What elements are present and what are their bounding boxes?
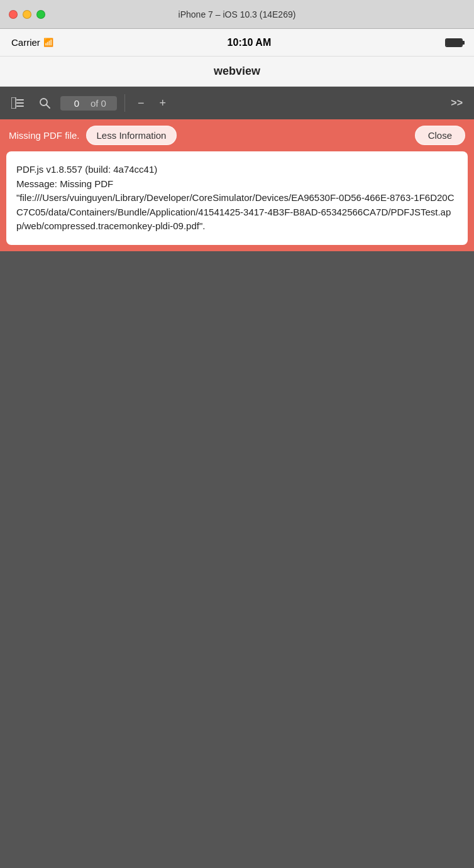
svg-rect-1 [16, 99, 24, 100]
toolbar-divider [124, 94, 125, 112]
close-error-button[interactable]: Close [415, 126, 465, 145]
carrier-info: Carrier 📶 [11, 37, 53, 48]
minimize-window-button[interactable] [23, 10, 31, 19]
window-controls [9, 10, 45, 19]
page-input-container: of 0 [60, 96, 117, 111]
maximize-window-button[interactable] [36, 10, 45, 19]
carrier-label: Carrier [11, 37, 40, 48]
svg-rect-0 [11, 97, 16, 109]
battery-fill [446, 40, 461, 46]
svg-line-5 [47, 105, 50, 109]
window-title: iPhone 7 – iOS 10.3 (14E269) [179, 9, 296, 19]
nav-bar: webview [0, 57, 474, 87]
less-information-button[interactable]: Less Information [86, 126, 177, 145]
search-button[interactable] [34, 95, 55, 111]
nav-title: webview [214, 65, 260, 78]
status-time: 10:10 AM [228, 37, 272, 48]
pdf-toolbar: of 0 − + >> [0, 87, 474, 119]
svg-rect-3 [16, 106, 24, 107]
zoom-in-button[interactable]: + [155, 94, 172, 112]
sidebar-toggle-button[interactable] [6, 95, 29, 111]
zoom-out-button[interactable]: − [133, 94, 150, 112]
title-bar: iPhone 7 – iOS 10.3 (14E269) [0, 0, 474, 29]
error-detail-panel: PDF.js v1.8.557 (build: 4a74cc41)Message… [0, 151, 474, 251]
double-arrow-icon: >> [451, 97, 463, 109]
svg-rect-2 [16, 102, 24, 104]
error-detail-text: PDF.js v1.8.557 (build: 4a74cc41)Message… [6, 151, 468, 245]
more-tools-button[interactable]: >> [446, 95, 468, 111]
battery-icon [445, 38, 463, 47]
error-message: Missing PDF file. [9, 130, 80, 141]
status-bar: Carrier 📶 10:10 AM [0, 29, 474, 57]
wifi-icon: 📶 [43, 38, 53, 47]
close-window-button[interactable] [9, 10, 18, 19]
main-content [0, 251, 474, 869]
error-detail-content: PDF.js v1.8.557 (build: 4a74cc41)Message… [16, 164, 455, 231]
page-of-label: of [91, 98, 99, 109]
error-bar: Missing PDF file. Less Information Close [0, 119, 474, 151]
page-number-input[interactable] [65, 98, 88, 109]
page-total-label: 0 [101, 98, 106, 109]
